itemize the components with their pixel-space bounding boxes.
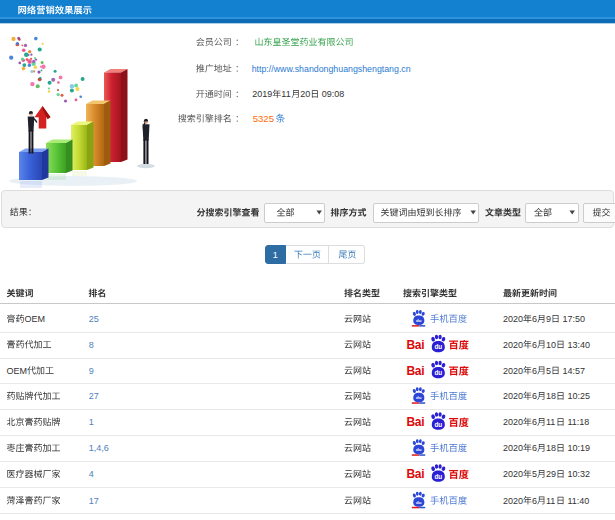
svg-text:6: 6: [532, 391, 537, 401]
svg-text:6: 6: [532, 417, 537, 427]
svg-text:Bai: Bai: [407, 338, 425, 352]
svg-text:Bai: Bai: [407, 467, 425, 481]
svg-text:1: 1: [273, 250, 278, 260]
svg-text:2019: 2019: [252, 89, 272, 99]
svg-text:11:18: 11:18: [565, 417, 589, 427]
svg-text:2020: 2020: [503, 366, 523, 376]
svg-text:du: du: [416, 500, 422, 505]
svg-text:20: 20: [300, 89, 310, 99]
svg-text:09:08: 09:08: [319, 89, 344, 99]
svg-text:2020: 2020: [503, 443, 523, 453]
svg-text:18: 18: [546, 443, 556, 453]
svg-text:5: 5: [546, 366, 551, 376]
svg-text:2020: 2020: [503, 340, 523, 350]
svg-text:1: 1: [89, 417, 94, 427]
svg-text:13:40: 13:40: [565, 340, 590, 350]
svg-text:5: 5: [532, 469, 537, 479]
svg-text:17:50: 17:50: [560, 314, 585, 324]
svg-text:10:19: 10:19: [565, 443, 590, 453]
svg-text:du: du: [434, 369, 442, 376]
svg-text:6: 6: [532, 496, 537, 506]
svg-text:4: 4: [89, 469, 94, 479]
svg-text:27: 27: [89, 391, 99, 401]
svg-text:2020: 2020: [503, 469, 523, 479]
svg-text:1,4,6: 1,4,6: [89, 443, 109, 453]
svg-text:25: 25: [89, 314, 99, 324]
svg-text:9: 9: [546, 314, 551, 324]
svg-text:du: du: [416, 395, 422, 400]
svg-text:6: 6: [532, 443, 537, 453]
svg-text:6: 6: [532, 340, 537, 350]
svg-text:2020: 2020: [503, 391, 523, 401]
svg-text:11: 11: [281, 89, 290, 99]
svg-text:Bai: Bai: [407, 415, 425, 429]
svg-text:17: 17: [89, 496, 99, 506]
svg-text:29: 29: [546, 469, 556, 479]
svg-text:10:25: 10:25: [565, 391, 590, 401]
svg-text:du: du: [416, 447, 422, 452]
svg-text:6: 6: [532, 314, 537, 324]
svg-text:2020: 2020: [503, 314, 523, 324]
svg-text:8: 8: [89, 340, 94, 350]
svg-text:14:57: 14:57: [560, 366, 585, 376]
svg-text:du: du: [416, 318, 422, 323]
svg-text:11:40: 11:40: [565, 496, 589, 506]
svg-text:du: du: [434, 473, 442, 480]
svg-text:du: du: [434, 421, 442, 428]
svg-text:2020: 2020: [503, 417, 523, 427]
svg-text:9: 9: [89, 366, 94, 376]
svg-text:Bai: Bai: [407, 364, 425, 378]
svg-text:OEM: OEM: [7, 366, 28, 376]
svg-text:18: 18: [546, 391, 556, 401]
svg-text:5325: 5325: [253, 113, 274, 124]
svg-text:http://www.shandonghuangshengt: http://www.shandonghuangshengtang.cn: [252, 64, 411, 74]
svg-text:10: 10: [546, 340, 556, 350]
svg-text:2020: 2020: [503, 496, 523, 506]
svg-text:6: 6: [532, 366, 537, 376]
svg-text:OEM: OEM: [25, 314, 46, 324]
svg-text:11: 11: [546, 417, 555, 427]
svg-text:11: 11: [546, 496, 555, 506]
svg-text:du: du: [434, 343, 442, 350]
svg-text:10:32: 10:32: [565, 469, 590, 479]
